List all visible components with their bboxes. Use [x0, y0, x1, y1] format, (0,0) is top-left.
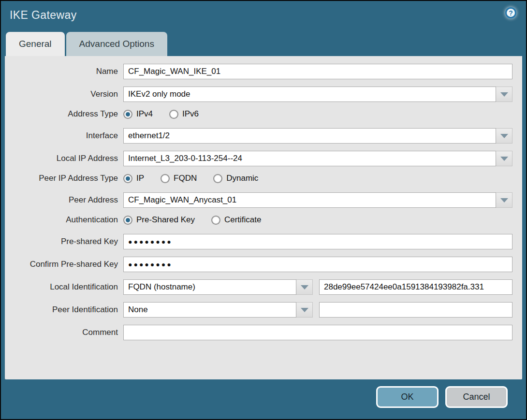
- radio-peer-fqdn-label: FQDN: [174, 174, 197, 183]
- address-type-row: Address Type IPv4 IPv6: [5, 109, 512, 119]
- confirm-psk-label: Confirm Pre-shared Key: [5, 260, 123, 269]
- chevron-down-icon: [301, 308, 308, 312]
- chevron-down-icon: [301, 285, 308, 290]
- radio-peer-fqdn-icon[interactable]: [161, 174, 170, 183]
- psk-input[interactable]: [123, 234, 512, 249]
- radio-ipv6[interactable]: IPv6: [169, 109, 199, 119]
- radio-ipv4-label: IPv4: [136, 109, 153, 119]
- cancel-button[interactable]: Cancel: [445, 386, 508, 408]
- name-label: Name: [5, 67, 123, 76]
- local-ip-dropdown-button[interactable]: [496, 151, 512, 166]
- radio-pre-shared-key-icon[interactable]: [123, 216, 132, 225]
- comment-input[interactable]: [123, 325, 512, 340]
- local-ip-row: Local IP Address: [5, 151, 512, 166]
- local-identification-type-select[interactable]: [123, 279, 296, 295]
- confirm-psk-row: Confirm Pre-shared Key: [5, 257, 512, 272]
- address-type-label: Address Type: [5, 109, 123, 119]
- peer-identification-type-select[interactable]: [123, 302, 296, 318]
- peer-identification-label: Peer Identification: [5, 305, 123, 315]
- psk-label: Pre-shared Key: [5, 237, 123, 246]
- radio-peer-ip-label: IP: [136, 174, 144, 183]
- name-input[interactable]: [123, 64, 512, 79]
- general-tab-panel: Name Version Address Type IPv4: [5, 56, 522, 379]
- radio-peer-ip-icon[interactable]: [123, 174, 132, 183]
- tab-advanced-options[interactable]: Advanced Options: [66, 32, 167, 56]
- confirm-psk-input[interactable]: [123, 257, 512, 272]
- interface-select[interactable]: [123, 128, 496, 144]
- version-label: Version: [5, 89, 123, 99]
- peer-identification-value-input[interactable]: [319, 302, 512, 318]
- radio-peer-dynamic-icon[interactable]: [213, 174, 222, 183]
- radio-ipv6-label: IPv6: [182, 109, 199, 119]
- psk-row: Pre-shared Key: [5, 234, 512, 249]
- radio-peer-dynamic-label: Dynamic: [226, 174, 258, 183]
- local-identification-value-input[interactable]: [319, 279, 512, 295]
- dialog-title: IKE Gateway: [10, 9, 77, 22]
- version-dropdown-button[interactable]: [496, 87, 512, 102]
- tab-general[interactable]: General: [6, 32, 65, 56]
- footer-bar: OK Cancel: [1, 379, 526, 419]
- peer-address-label: Peer Address: [5, 195, 123, 205]
- authentication-row: Authentication Pre-Shared Key Certificat…: [5, 215, 512, 225]
- version-select[interactable]: [123, 87, 496, 102]
- interface-row: Interface: [5, 128, 512, 144]
- interface-label: Interface: [5, 131, 123, 141]
- radio-certificate-icon[interactable]: [211, 216, 220, 225]
- peer-address-dropdown-button[interactable]: [496, 192, 512, 208]
- peer-ip-type-row: Peer IP Address Type IP FQDN Dynamic: [5, 174, 512, 183]
- radio-peer-dynamic[interactable]: Dynamic: [213, 174, 258, 183]
- radio-ipv6-icon[interactable]: [169, 110, 178, 119]
- local-identification-label: Local Identification: [5, 282, 123, 292]
- local-ip-select[interactable]: [123, 151, 496, 166]
- chevron-down-icon: [500, 134, 508, 138]
- name-row: Name: [5, 64, 512, 79]
- ike-gateway-dialog: IKE Gateway ? General Advanced Options N…: [0, 0, 527, 420]
- comment-row: Comment: [5, 325, 512, 340]
- radio-pre-shared-key[interactable]: Pre-Shared Key: [123, 215, 195, 225]
- chevron-down-icon: [500, 198, 508, 203]
- peer-identification-dropdown-button[interactable]: [296, 302, 313, 318]
- local-identification-row: Local Identification: [5, 279, 512, 295]
- interface-dropdown-button[interactable]: [496, 128, 512, 144]
- tab-strip: General Advanced Options: [1, 29, 526, 56]
- radio-certificate[interactable]: Certificate: [211, 215, 262, 225]
- peer-address-row: Peer Address: [5, 192, 512, 208]
- peer-ip-type-label: Peer IP Address Type: [5, 174, 123, 183]
- radio-ipv4-icon[interactable]: [123, 110, 132, 119]
- radio-pre-shared-key-label: Pre-Shared Key: [136, 215, 195, 225]
- help-icon[interactable]: ?: [505, 7, 516, 18]
- local-identification-dropdown-button[interactable]: [296, 279, 313, 295]
- ok-button[interactable]: OK: [376, 386, 439, 408]
- radio-ipv4[interactable]: IPv4: [123, 109, 153, 119]
- title-bar: IKE Gateway ?: [1, 1, 526, 29]
- radio-peer-ip[interactable]: IP: [123, 174, 144, 183]
- comment-label: Comment: [5, 328, 123, 337]
- version-row: Version: [5, 87, 512, 102]
- local-ip-label: Local IP Address: [5, 154, 123, 163]
- radio-peer-fqdn[interactable]: FQDN: [161, 174, 197, 183]
- chevron-down-icon: [500, 157, 508, 161]
- authentication-label: Authentication: [5, 215, 123, 225]
- chevron-down-icon: [500, 92, 508, 97]
- radio-certificate-label: Certificate: [224, 215, 262, 225]
- peer-address-select[interactable]: [123, 192, 496, 208]
- peer-identification-row: Peer Identification: [5, 302, 512, 318]
